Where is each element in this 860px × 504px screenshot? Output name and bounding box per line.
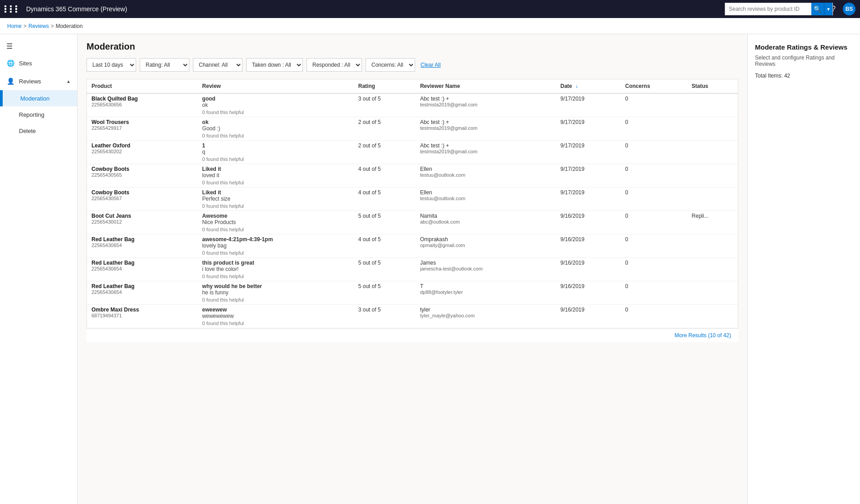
review-body-1: Good :) xyxy=(202,125,349,132)
avatar[interactable]: BS xyxy=(843,3,855,15)
table-row[interactable]: Wool Trousers 22565429917 ok Good :) 0 f… xyxy=(87,117,738,141)
cell-rating-7: 5 out of 5 xyxy=(354,258,416,281)
sidebar-item-moderation[interactable]: Moderation xyxy=(0,90,77,106)
cell-rating-2: 2 out of 5 xyxy=(354,141,416,164)
table-body: Black Quilted Bag 22565430656 good ok 0 … xyxy=(87,93,738,328)
cell-concerns-4: 0 xyxy=(621,188,687,211)
table-row[interactable]: Red Leather Bag 22565430654 this product… xyxy=(87,258,738,281)
search-input[interactable] xyxy=(725,6,811,12)
helpful-text-9: 0 found this helpful xyxy=(202,321,349,326)
table-row[interactable]: Red Leather Bag 22565430654 why would he… xyxy=(87,281,738,305)
breadcrumb-moderation: Moderation xyxy=(55,23,82,29)
date-sort-icon: ↓ xyxy=(576,83,578,89)
cell-date-1: 9/17/2019 xyxy=(556,117,621,141)
responded-filter[interactable]: Responded : All xyxy=(306,58,362,72)
table-row[interactable]: Cowboy Boots 22565430565 Liked it loved … xyxy=(87,164,738,188)
review-body-4: Perfect size xyxy=(202,196,349,202)
reviewer-email-6: opmaity@gmail.com xyxy=(420,243,551,248)
more-results-button[interactable]: More Results (10 of 42) xyxy=(87,329,738,342)
sidebar-item-reporting[interactable]: Reporting xyxy=(0,106,77,123)
product-id-4: 22565430567 xyxy=(91,196,193,201)
takendown-filter[interactable]: Taken down : All xyxy=(246,58,303,72)
reviews-table: Product Review Rating Reviewer Name Date… xyxy=(87,79,738,328)
rating-filter[interactable]: Rating: All Rating: 1 Rating: 2 Rating: … xyxy=(140,58,189,72)
table-row[interactable]: Red Leather Bag 22565430654 awesome-4:21… xyxy=(87,234,738,258)
cell-reviewer-0: Abc test :) + testmsta2019@gmail.com xyxy=(416,93,556,117)
globe-icon: 🌐 xyxy=(6,60,14,67)
table-row[interactable]: Black Quilted Bag 22565430656 good ok 0 … xyxy=(87,93,738,117)
table-row[interactable]: Boot Cut Jeans 22565430012 Awesome Nice … xyxy=(87,211,738,234)
product-id-2: 22565430202 xyxy=(91,149,193,154)
sidebar-item-delete[interactable]: Delete xyxy=(0,123,77,139)
main-content: Moderation Last 10 days Last 30 days Las… xyxy=(78,34,747,504)
cell-status-9 xyxy=(687,305,738,328)
cell-status-6 xyxy=(687,234,738,258)
cell-date-7: 9/16/2019 xyxy=(556,258,621,281)
sidebar-item-label-sites: Sites xyxy=(19,60,32,67)
cell-review-8: why would he be better he is funny 0 fou… xyxy=(198,281,354,305)
cell-date-9: 9/16/2019 xyxy=(556,305,621,328)
sidebar-item-reviews[interactable]: 👤 Reviews ▲ xyxy=(0,72,77,90)
cell-review-7: this product is great i love the color! … xyxy=(198,258,354,281)
product-id-5: 22565430012 xyxy=(91,219,193,225)
reviewer-name-7: James xyxy=(420,260,551,266)
product-id-8: 22565430654 xyxy=(91,289,193,295)
breadcrumb-reviews[interactable]: Reviews xyxy=(28,23,49,29)
concerns-filter[interactable]: Concerns: All xyxy=(366,58,415,72)
reviewer-email-1: testmsta2019@gmail.com xyxy=(420,125,551,131)
cell-product-7: Red Leather Bag 22565430654 xyxy=(87,258,198,281)
breadcrumb-home[interactable]: Home xyxy=(7,23,22,29)
product-name-1: Wool Trousers xyxy=(91,119,193,125)
col-date[interactable]: Date ↓ xyxy=(556,79,621,93)
cell-product-9: Ombre Maxi Dress 68719494371 xyxy=(87,305,198,328)
col-concerns: Concerns xyxy=(621,79,687,93)
more-results-label: More Results (10 of 42) xyxy=(675,332,731,339)
product-name-8: Red Leather Bag xyxy=(91,283,193,289)
reviewer-name-4: Ellen xyxy=(420,189,551,196)
reviewer-email-9: tyler_mayle@yahoo.com xyxy=(420,313,551,318)
review-body-8: he is funny xyxy=(202,289,349,296)
cell-product-0: Black Quilted Bag 22565430656 xyxy=(87,93,198,117)
search-button[interactable]: 🔍 xyxy=(811,3,824,15)
cell-review-2: 1 q 0 found this helpful xyxy=(198,141,354,164)
table-row[interactable]: Leather Oxford 22565430202 1 q 0 found t… xyxy=(87,141,738,164)
sidebar-item-sites[interactable]: 🌐 Sites xyxy=(0,54,77,72)
table-row[interactable]: Ombre Maxi Dress 68719494371 eweewew wew… xyxy=(87,305,738,328)
cell-status-0 xyxy=(687,93,738,117)
cell-concerns-7: 0 xyxy=(621,258,687,281)
cell-concerns-8: 0 xyxy=(621,281,687,305)
helpful-text-1: 0 found this helpful xyxy=(202,133,349,138)
breadcrumb-sep-2: > xyxy=(50,23,54,29)
product-id-0: 22565430656 xyxy=(91,102,193,107)
product-search-bar[interactable]: 🔍 ▼ xyxy=(725,3,833,15)
table-row[interactable]: Cowboy Boots 22565430567 Liked it Perfec… xyxy=(87,188,738,211)
review-body-3: loved it xyxy=(202,172,349,179)
cell-product-2: Leather Oxford 22565430202 xyxy=(87,141,198,164)
cell-rating-4: 4 out of 5 xyxy=(354,188,416,211)
cell-rating-9: 3 out of 5 xyxy=(354,305,416,328)
product-id-9: 68719494371 xyxy=(91,313,193,318)
cell-date-6: 9/16/2019 xyxy=(556,234,621,258)
right-panel-title: Moderate Ratings & Reviews xyxy=(755,43,853,51)
search-dropdown-arrow[interactable]: ▼ xyxy=(824,3,833,15)
product-name-4: Cowboy Boots xyxy=(91,189,193,196)
cell-status-4 xyxy=(687,188,738,211)
sidebar-toggle-button[interactable]: ☰ xyxy=(0,38,77,54)
app-grid-icon[interactable] xyxy=(5,5,20,13)
helpful-text-3: 0 found this helpful xyxy=(202,180,349,185)
review-title-5: Awesome xyxy=(202,213,349,219)
cell-rating-3: 4 out of 5 xyxy=(354,164,416,188)
cell-status-7 xyxy=(687,258,738,281)
clear-all-button[interactable]: Clear All xyxy=(421,62,441,68)
channel-filter[interactable]: Channel: All xyxy=(193,58,242,72)
cell-concerns-6: 0 xyxy=(621,234,687,258)
review-title-9: eweewew xyxy=(202,307,349,313)
cell-reviewer-8: T dp88@footyler.tyler xyxy=(416,281,556,305)
review-body-0: ok xyxy=(202,102,349,108)
helpful-text-2: 0 found this helpful xyxy=(202,156,349,162)
cell-review-0: good ok 0 found this helpful xyxy=(198,93,354,117)
time-filter[interactable]: Last 10 days Last 30 days Last 90 days xyxy=(87,58,136,72)
review-title-4: Liked it xyxy=(202,189,349,196)
helpful-text-0: 0 found this helpful xyxy=(202,110,349,115)
product-name-6: Red Leather Bag xyxy=(91,236,193,243)
